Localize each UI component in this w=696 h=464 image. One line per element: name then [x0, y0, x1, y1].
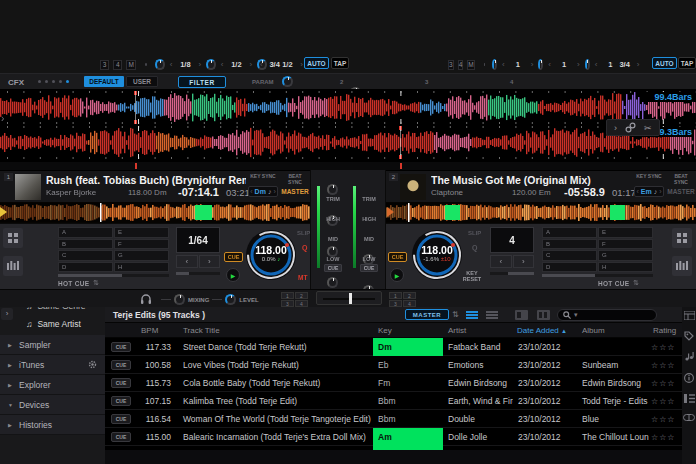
deck1-loop-knob-2[interactable] [206, 59, 216, 70]
hot-cue-pad[interactable]: H [598, 262, 653, 273]
cfx-tab-default[interactable]: DEFAULT [84, 76, 124, 87]
search-caret-icon[interactable]: ▾ [574, 311, 578, 319]
deck1-beatgrid-m-button[interactable]: M [126, 60, 135, 70]
headphone-level-knob[interactable] [225, 294, 236, 305]
sidebar-item-itunes[interactable]: ▶ iTunes [0, 355, 105, 375]
sidebar-item-histories[interactable]: ▶ Histories [0, 415, 105, 435]
deck1-key-sync-button[interactable]: ‹ Dm ♪ › [248, 186, 278, 197]
gear-icon[interactable] [88, 360, 97, 369]
deck2-beatgrid-3-button[interactable]: 3 [448, 60, 454, 70]
spinner-icon[interactable]: ⇅ [93, 279, 99, 287]
deck2-jog-dial[interactable]: 118.00 -1.6% ±10 [410, 228, 464, 282]
browser-master-button[interactable]: MASTER [405, 309, 449, 320]
deck1-master-tempo-label[interactable]: MT [298, 274, 307, 281]
scissors-icon[interactable]: ✂ [644, 123, 652, 133]
deck2-key-sync-button[interactable]: ‹ Em ♪ › [634, 186, 664, 197]
deck2-beatgrid-m-button[interactable]: M [467, 60, 474, 70]
arrow-left-icon[interactable]: ‹ [219, 60, 226, 70]
deck2-loop-knob-1[interactable] [492, 59, 497, 70]
column-track-title[interactable]: Track Title [177, 326, 373, 335]
row-cue-button[interactable]: CUE [111, 432, 131, 442]
arrow-left-icon[interactable]: ‹ [636, 188, 638, 195]
row-cue-button[interactable]: CUE [111, 414, 131, 424]
deck2-tap-button[interactable]: TAP [678, 57, 696, 69]
hot-cue-pad[interactable]: C [542, 250, 597, 261]
hot-cue-pad[interactable]: E [114, 227, 169, 238]
list-view-icon[interactable] [465, 310, 479, 320]
arrow-right-icon[interactable]: › [196, 60, 203, 70]
crossfader[interactable] [316, 291, 382, 305]
assign-button[interactable]: 4 [295, 300, 308, 307]
assign-button[interactable]: 1 [281, 292, 294, 299]
arrow-right-icon[interactable]: › [529, 60, 536, 70]
keyboard-mode-icon[interactable] [3, 256, 23, 276]
deck2-master-button[interactable]: MASTER [666, 188, 696, 195]
hot-cue-pad[interactable]: G [114, 250, 169, 261]
cell-rating[interactable]: ☆☆☆ [651, 361, 682, 370]
deck1-artwork[interactable] [15, 174, 41, 200]
row-cue-button[interactable]: CUE [111, 360, 131, 370]
table-row[interactable]: CUE116.54Woman Of The World (Todd Terje … [105, 410, 682, 428]
arrow-right-icon[interactable]: › [575, 60, 582, 70]
arrow-right-icon[interactable]: › [285, 60, 292, 70]
beat-jump-back-button[interactable]: ‹ [490, 255, 512, 268]
panel-grid-icon[interactable] [684, 311, 695, 320]
search-input[interactable]: ▾ [557, 309, 657, 321]
beat-jump-back-button[interactable]: ‹ [176, 255, 198, 268]
deck2-loop-knob-2[interactable] [538, 59, 543, 70]
table-row-partial[interactable] [105, 446, 682, 450]
arrow-right-icon[interactable]: › [635, 60, 642, 70]
deck2-slip-label[interactable]: SLIP [468, 230, 481, 236]
deck1-beatgrid-4-button[interactable]: 4 [113, 60, 122, 70]
hot-cue-pad[interactable]: H [114, 262, 169, 273]
hot-cue-pad[interactable]: G [598, 250, 653, 261]
hot-cue-pad[interactable]: B [542, 239, 597, 250]
arrow-left-icon[interactable]: ‹ [500, 60, 507, 70]
headphone-mixing-knob[interactable] [174, 294, 185, 305]
deck1-cue-button[interactable]: CUE [224, 252, 243, 262]
row-cue-button[interactable]: CUE [111, 396, 131, 406]
sidebar-item-same-artist[interactable]: ♫ Same Artist [0, 316, 105, 332]
arrow-left-icon[interactable]: ‹ [250, 188, 252, 195]
channel1-cue-button[interactable]: CUE [324, 264, 342, 272]
assign-button[interactable]: 1 [389, 292, 402, 299]
cfx-filter-button[interactable]: FILTER [178, 76, 226, 88]
cell-rating[interactable]: ☆☆☆ [651, 379, 682, 388]
hot-cue-pad[interactable]: D [542, 262, 597, 273]
assign-button[interactable]: 3 [389, 300, 402, 307]
assign-button[interactable]: 3 [281, 300, 294, 307]
deck2-quantize-label[interactable]: Q [472, 244, 477, 251]
sidebar-item-sampler[interactable]: ▶ Sampler [0, 335, 105, 355]
cell-rating[interactable]: ☆☆☆ [651, 433, 682, 442]
arrow-left-icon[interactable]: ‹ [593, 60, 600, 70]
deck1-slip-label[interactable]: SLIP [297, 230, 310, 236]
deck1-play-button[interactable]: ▶ [226, 268, 240, 282]
sidebar-item-explorer[interactable]: ▶ Explorer [0, 375, 105, 395]
link-icon[interactable] [625, 122, 636, 133]
deck2-auto-bpm-button[interactable]: AUTO [652, 57, 677, 69]
tag-icon[interactable] [684, 331, 694, 341]
arrow-left-icon[interactable]: ‹ [608, 60, 615, 70]
assign-button[interactable]: 2 [403, 292, 416, 299]
arrow-left-icon[interactable]: ‹ [546, 60, 553, 70]
beat-jump-forward-button[interactable]: › [513, 255, 535, 268]
assign-button[interactable]: 4 [403, 300, 416, 307]
row-cue-button[interactable]: CUE [111, 378, 131, 388]
deck1-auto-bpm-button[interactable]: AUTO [304, 57, 329, 69]
table-row[interactable]: CUE117.33Street Dance (Todd Terje Rekutt… [105, 338, 682, 356]
beat-jump-forward-button[interactable]: › [199, 255, 221, 268]
table-row[interactable]: CUE107.15Kalimba Tree (Todd Terje Edit)B… [105, 392, 682, 410]
cell-rating[interactable]: ☆☆☆ [651, 415, 682, 424]
deck2-overview-waveform[interactable] [386, 203, 696, 222]
pad-grid-mode-icon[interactable] [3, 228, 23, 248]
hot-cue-pad[interactable]: F [598, 239, 653, 250]
hot-cue-pad[interactable]: E [598, 227, 653, 238]
hot-cue-pad[interactable]: B [58, 239, 113, 250]
related-tracks-icon[interactable] [684, 352, 694, 362]
arrow-right-icon[interactable]: › [273, 188, 275, 195]
hot-cue-pad[interactable]: D [58, 262, 113, 273]
deck1-waveform[interactable] [0, 91, 696, 124]
deck1-quantize-label[interactable]: Q [302, 244, 307, 251]
sidebar-item-devices[interactable]: ▼ Devices [0, 395, 105, 415]
deck2-key-reset-button[interactable]: KEY RESET [460, 270, 484, 282]
